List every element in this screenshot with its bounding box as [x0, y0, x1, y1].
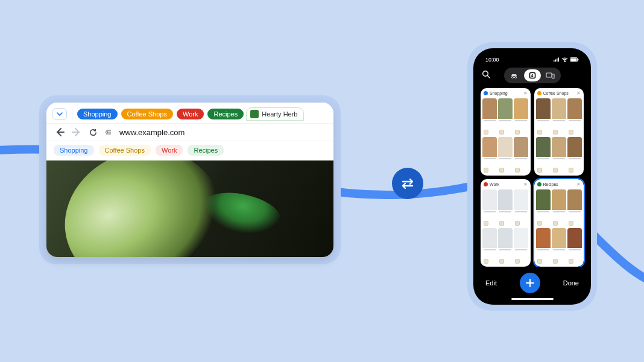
- status-bar: 10:00: [479, 54, 585, 68]
- home-indicator: [511, 298, 554, 300]
- svg-point-9: [514, 76, 516, 78]
- tab-thumbnail[interactable]: [514, 189, 528, 227]
- tabs-dropdown-button[interactable]: [52, 108, 67, 120]
- phone-group-shopping[interactable]: Shopping ✕: [481, 88, 531, 176]
- close-icon[interactable]: ✕: [523, 91, 528, 96]
- close-icon[interactable]: ✕: [576, 182, 581, 187]
- tab-thumbnail[interactable]: [567, 137, 582, 174]
- view-open-tabs[interactable]: 4: [524, 69, 541, 81]
- svg-point-8: [511, 76, 513, 78]
- tab-thumbnail[interactable]: [552, 228, 566, 265]
- phone-group-label: Coffee Shops: [543, 91, 569, 95]
- close-icon[interactable]: ✕: [523, 182, 528, 187]
- tab-thumbnail[interactable]: [498, 189, 513, 227]
- tab-strip-divider: [72, 109, 72, 119]
- tab-strip: Shopping Coffee Shops Work Recipes Heart…: [46, 103, 333, 123]
- tab-thumbnail[interactable]: [514, 137, 528, 174]
- tab-thumbnail[interactable]: [498, 228, 513, 265]
- tab-thumbnail[interactable]: [567, 189, 582, 227]
- bookmark-recipes[interactable]: Recipes: [188, 145, 224, 156]
- tab-group-work[interactable]: Work: [177, 109, 204, 119]
- tab-thumbnail[interactable]: [482, 228, 497, 265]
- back-button[interactable]: [55, 127, 65, 137]
- svg-rect-13: [552, 74, 555, 78]
- tab-group-coffee-shops[interactable]: Coffee Shops: [121, 109, 173, 119]
- tab-thumbnail[interactable]: [567, 98, 582, 136]
- phone-card: 10:00 4: [467, 42, 597, 311]
- phone-group-coffee-shops[interactable]: Coffee Shops ✕: [534, 88, 584, 176]
- status-time: 10:00: [485, 57, 499, 63]
- view-segmented-control: 4: [504, 68, 561, 83]
- reload-button[interactable]: [89, 128, 98, 137]
- tab-group-shopping[interactable]: Shopping: [77, 109, 118, 119]
- active-tab-favicon: [250, 110, 259, 118]
- phone-toolbar: 4: [479, 68, 585, 88]
- sync-icon: [392, 168, 423, 199]
- phone-frame: 10:00 4: [473, 48, 591, 305]
- svg-point-2: [106, 131, 107, 133]
- site-info-icon[interactable]: [105, 129, 112, 136]
- bookmark-coffee-shops[interactable]: Coffee Shops: [99, 145, 151, 156]
- svg-rect-5: [578, 59, 578, 61]
- new-tab-button[interactable]: [520, 273, 540, 293]
- tab-thumbnail[interactable]: [536, 98, 551, 136]
- tab-thumbnail[interactable]: [552, 98, 566, 136]
- tab-thumbnail[interactable]: [536, 137, 551, 174]
- phone-group-label: Recipes: [543, 182, 558, 186]
- tab-thumbnail[interactable]: [482, 137, 497, 174]
- tab-thumbnail[interactable]: [536, 228, 551, 265]
- bookmark-shopping[interactable]: Shopping: [54, 145, 94, 156]
- battery-icon: [570, 57, 579, 62]
- open-tabs-count: 4: [531, 74, 534, 78]
- view-other-devices[interactable]: [542, 69, 559, 81]
- tab-thumbnail[interactable]: [552, 137, 566, 174]
- view-incognito[interactable]: [506, 69, 523, 81]
- wifi-icon: [561, 57, 568, 62]
- tab-thumbnail[interactable]: [514, 228, 528, 265]
- desktop-browser-window: Shopping Coffee Shops Work Recipes Heart…: [46, 103, 333, 257]
- tab-thumbnail[interactable]: [514, 98, 528, 136]
- svg-line-7: [488, 75, 490, 78]
- svg-rect-12: [546, 73, 552, 77]
- phone-group-label: Shopping: [490, 91, 508, 95]
- url-text[interactable]: www.example.com: [119, 128, 185, 137]
- tab-thumbnail[interactable]: [498, 137, 513, 174]
- status-indicators: [553, 57, 579, 63]
- close-icon[interactable]: ✕: [576, 91, 581, 96]
- phone-group-label: Work: [490, 182, 499, 186]
- tab-thumbnail[interactable]: [567, 228, 582, 265]
- tab-thumbnail[interactable]: [482, 98, 497, 136]
- done-button[interactable]: Done: [563, 279, 579, 287]
- signal-icon: [553, 57, 560, 62]
- active-tab[interactable]: Hearty Herb: [246, 107, 304, 121]
- phone-group-recipes[interactable]: Recipes ✕: [534, 179, 584, 267]
- active-tab-label: Hearty Herb: [262, 110, 297, 118]
- edit-button[interactable]: Edit: [485, 279, 497, 287]
- phone-bottom-bar: Edit Done: [479, 267, 585, 296]
- forward-button[interactable]: [72, 127, 81, 137]
- tab-group-recipes[interactable]: Recipes: [207, 109, 244, 119]
- bookmark-bar: Shopping Coffee Shops Work Recipes: [46, 141, 333, 160]
- tab-thumbnail[interactable]: [482, 189, 497, 227]
- page-content-image: [46, 160, 333, 257]
- search-icon[interactable]: [482, 70, 491, 81]
- phone-group-work[interactable]: Work ✕: [481, 179, 531, 267]
- svg-rect-4: [571, 59, 577, 62]
- tab-groups-grid: Shopping ✕ Coffee Shops ✕: [479, 88, 585, 267]
- tab-thumbnail[interactable]: [552, 189, 566, 227]
- desktop-browser-card: Shopping Coffee Shops Work Recipes Heart…: [39, 95, 341, 264]
- bookmark-work[interactable]: Work: [156, 145, 183, 156]
- tab-thumbnail[interactable]: [536, 189, 551, 227]
- address-bar: www.example.com: [46, 123, 333, 141]
- tab-thumbnail[interactable]: [498, 98, 513, 136]
